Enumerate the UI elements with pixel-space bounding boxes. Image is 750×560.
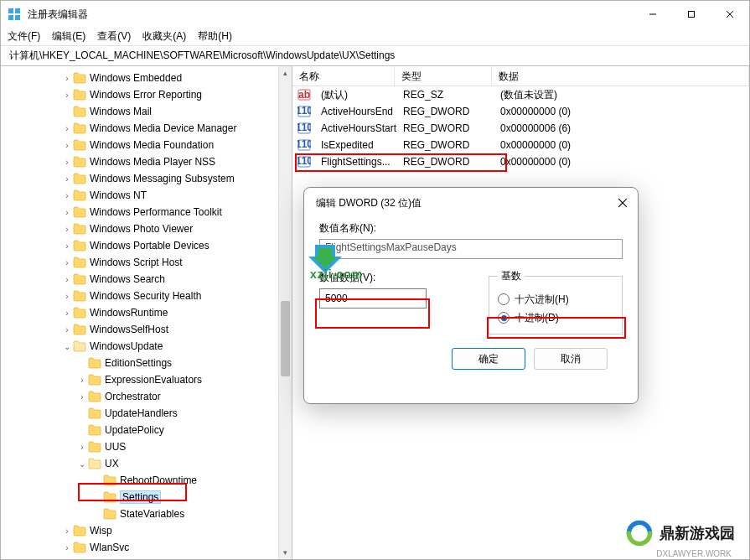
tree-item[interactable]: ⌄UX [1, 455, 292, 472]
radio-hex[interactable]: 十六进制(H) [498, 290, 613, 309]
tree-item[interactable]: ›Wisp [1, 522, 292, 539]
ok-button[interactable]: 确定 [452, 348, 525, 370]
tree-panel[interactable]: ›Windows Embedded›Windows Error Reportin… [1, 66, 292, 559]
tree-item[interactable]: ›Windows Media Foundation [1, 137, 292, 153]
folder-icon [103, 491, 116, 503]
chevron-right-icon[interactable]: › [76, 392, 88, 402]
scroll-thumb[interactable] [281, 301, 290, 376]
tree-item[interactable]: ›Windows Media Player NSS [1, 153, 292, 170]
tree-item[interactable]: ›Windows Media Device Manager [1, 120, 292, 137]
tree-item[interactable]: ›Windows Portable Devices [1, 237, 292, 254]
chevron-right-icon[interactable]: › [61, 258, 73, 267]
chevron-right-icon[interactable]: › [61, 325, 73, 334]
close-button[interactable] [711, 1, 749, 28]
tree-item[interactable]: ›Windows Security Health [1, 288, 292, 304]
chevron-right-icon[interactable]: › [61, 174, 73, 184]
tree-item[interactable]: ⌄WindowsUpdate [1, 338, 292, 355]
tree-item[interactable]: EditionSettings [1, 355, 292, 371]
tree-label: ExpressionEvaluators [105, 374, 202, 386]
tree-item[interactable]: ›ExpressionEvaluators [1, 371, 292, 388]
tree-item[interactable]: ›Windows NT [1, 187, 292, 204]
chevron-right-icon[interactable]: › [61, 91, 73, 100]
tree-label: Windows Error Reporting [90, 89, 202, 101]
folder-icon [73, 324, 86, 335]
list-row[interactable]: 110ActiveHoursStartREG_DWORD0x00000006 (… [292, 120, 749, 137]
radio-hex-icon[interactable] [498, 293, 509, 305]
chevron-right-icon[interactable]: › [61, 74, 73, 83]
tree-label: Wisp [90, 525, 112, 537]
tree-item[interactable]: Windows Mail [1, 103, 292, 120]
dialog-close-button[interactable] [608, 188, 638, 218]
dialog-title[interactable]: 编辑 DWORD (32 位)值 [304, 188, 638, 218]
tree-item[interactable]: ›Windows Script Host [1, 254, 292, 271]
value-name: (默认) [314, 88, 396, 102]
minimize-button[interactable] [634, 1, 672, 28]
tree-item[interactable]: ›Windows Error Reporting [1, 86, 292, 103]
menu-edit[interactable]: 编辑(E) [52, 29, 85, 44]
tree-item[interactable]: StateVariables [1, 506, 292, 522]
header-type[interactable]: 类型 [395, 66, 492, 86]
tree-item[interactable]: ›Windows Messaging Subsystem [1, 170, 292, 187]
value-name: ActiveHoursEnd [314, 106, 396, 117]
menu-favorites[interactable]: 收藏夹(A) [142, 29, 186, 44]
list-row[interactable]: ab(默认)REG_SZ(数值未设置) [292, 86, 749, 103]
folder-icon [73, 307, 86, 319]
titlebar[interactable]: 注册表编辑器 [1, 1, 749, 28]
chevron-right-icon[interactable]: › [61, 309, 73, 318]
tree-item[interactable]: ›Windows Photo Viewer [1, 220, 292, 237]
chevron-right-icon[interactable]: › [61, 124, 73, 133]
chevron-down-icon[interactable]: ⌄ [61, 342, 73, 351]
tree-label: UpdateHandlers [105, 407, 178, 419]
chevron-down-icon[interactable]: ⌄ [76, 459, 88, 469]
tree-item[interactable]: UpdatePolicy [1, 422, 292, 438]
tree-item[interactable]: RebootDowntime [1, 472, 292, 489]
chevron-right-icon[interactable]: › [61, 526, 73, 536]
chevron-right-icon[interactable]: › [76, 376, 88, 385]
menu-file[interactable]: 文件(F) [8, 29, 40, 44]
menu-view[interactable]: 查看(V) [97, 29, 131, 44]
chevron-right-icon[interactable]: › [61, 292, 73, 301]
value-data-input[interactable] [319, 288, 427, 309]
tree-item[interactable]: ›Windows Performance Toolkit [1, 204, 292, 220]
tree-item[interactable]: ›Windows Search [1, 271, 292, 288]
scroll-down-icon[interactable]: ▾ [279, 546, 292, 559]
header-data[interactable]: 数据 [492, 66, 749, 86]
chevron-right-icon[interactable]: › [61, 141, 73, 150]
chevron-right-icon[interactable]: › [76, 443, 88, 452]
header-name[interactable]: 名称 [292, 66, 395, 86]
tree-item[interactable]: ›Windows Embedded [1, 70, 292, 86]
folder-icon [73, 72, 86, 84]
folder-icon [73, 189, 86, 201]
list-row[interactable]: 110ActiveHoursEndREG_DWORD0x00000000 (0) [292, 103, 749, 120]
chevron-right-icon[interactable]: › [61, 225, 73, 234]
tree-item[interactable]: UpdateHandlers [1, 405, 292, 422]
folder-icon [73, 223, 86, 235]
tree-item[interactable]: ›WlanSvc [1, 539, 292, 556]
scroll-up-icon[interactable]: ▴ [279, 66, 292, 80]
maximize-button[interactable] [672, 1, 711, 28]
menu-help[interactable]: 帮助(H) [198, 29, 232, 44]
list-row[interactable]: 110IsExpeditedREG_DWORD0x00000000 (0) [292, 137, 749, 153]
chevron-right-icon[interactable]: › [61, 543, 73, 552]
cancel-button[interactable]: 取消 [534, 348, 608, 370]
tree-scrollbar[interactable]: ▴ ▾ [278, 66, 292, 559]
radio-dec[interactable]: 十进制(D) [498, 309, 613, 327]
value-icon: 110 [297, 138, 311, 152]
tree-item[interactable]: ›UUS [1, 438, 292, 455]
list-header[interactable]: 名称 类型 数据 [292, 66, 749, 86]
chevron-right-icon[interactable]: › [61, 208, 73, 217]
tree-item[interactable]: ›WindowsRuntime [1, 304, 292, 321]
address-bar[interactable]: 计算机\HKEY_LOCAL_MACHINE\SOFTWARE\Microsof… [1, 46, 749, 66]
tree-item[interactable]: ›Orchestrator [1, 388, 292, 405]
tree-item[interactable]: ›WindowsSelfHost [1, 321, 292, 338]
value-data: 0x00000006 (6) [494, 122, 749, 134]
tree-item[interactable]: Settings [1, 489, 292, 506]
chevron-right-icon[interactable]: › [61, 191, 73, 200]
tree-label: StateVariables [120, 508, 184, 520]
list-row[interactable]: 110FlightSettings...REG_DWORD0x00000000 … [292, 153, 749, 170]
radio-dec-icon[interactable] [498, 312, 509, 324]
folder-icon [73, 273, 86, 285]
chevron-right-icon[interactable]: › [61, 275, 73, 284]
chevron-right-icon[interactable]: › [61, 158, 73, 167]
chevron-right-icon[interactable]: › [61, 241, 73, 251]
